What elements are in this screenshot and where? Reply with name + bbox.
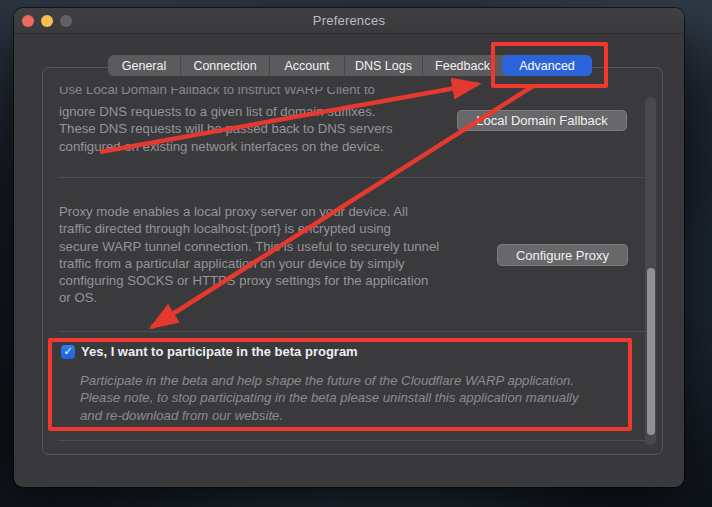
window-title: Preferences <box>14 13 684 28</box>
desktop: Preferences General Connection Account D… <box>0 0 712 507</box>
tab-connection[interactable]: Connection <box>181 55 270 76</box>
section-divider <box>58 331 648 332</box>
proxy-description: Proxy mode enables a local proxy server … <box>59 203 439 307</box>
tab-account[interactable]: Account <box>270 55 345 76</box>
annotation-box-beta-section <box>48 338 632 431</box>
configure-proxy-button[interactable]: Configure Proxy <box>497 244 628 266</box>
scrollbar-thumb[interactable] <box>647 268 655 435</box>
local-domain-fallback-button[interactable]: Local Domain Fallback <box>457 110 627 131</box>
annotation-box-advanced-tab <box>491 42 608 88</box>
fallback-description: ignore DNS requests to a given list of d… <box>59 103 393 155</box>
tab-general[interactable]: General <box>108 55 181 76</box>
tab-dns-logs[interactable]: DNS Logs <box>345 55 423 76</box>
section-divider <box>58 177 648 178</box>
section-divider <box>58 440 648 441</box>
fallback-text-clipped-line: Use Local Domain Fallback to instruct WA… <box>59 87 619 99</box>
